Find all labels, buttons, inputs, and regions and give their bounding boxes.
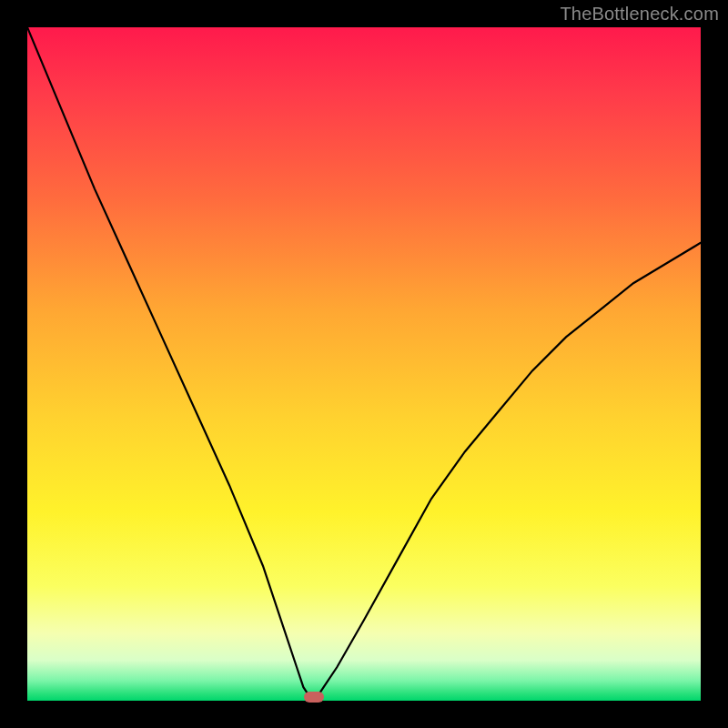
plot-area [27, 27, 701, 701]
chart-frame: TheBottleneck.com [0, 0, 728, 728]
curve-svg [27, 27, 701, 701]
min-marker [304, 692, 324, 703]
watermark-text: TheBottleneck.com [560, 4, 719, 25]
bottleneck-curve [27, 27, 701, 701]
